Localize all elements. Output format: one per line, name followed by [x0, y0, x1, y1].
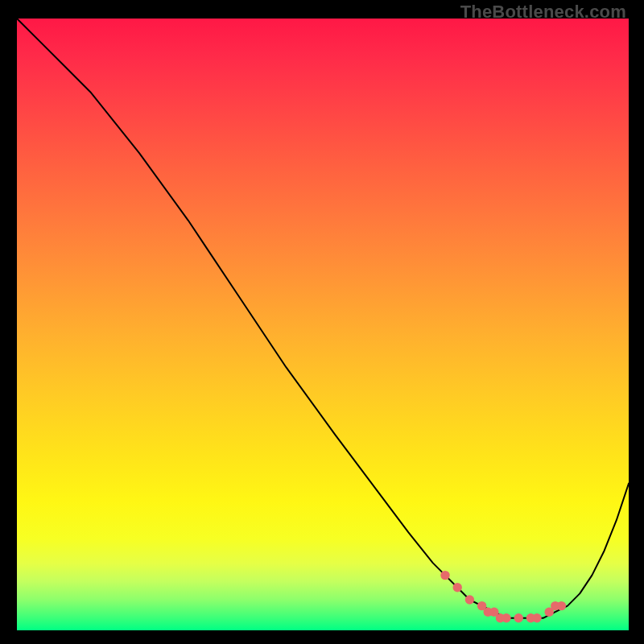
- bottleneck-curve: [17, 19, 629, 618]
- plot-area: [16, 18, 630, 631]
- highlight-marker: [557, 601, 566, 610]
- highlight-markers: [440, 571, 566, 623]
- highlight-marker: [440, 571, 449, 580]
- chart-frame: TheBottleneck.com: [0, 0, 644, 644]
- highlight-marker: [514, 613, 523, 622]
- highlight-marker: [465, 595, 474, 604]
- chart-svg: [17, 19, 629, 630]
- highlight-marker: [502, 613, 510, 622]
- highlight-marker: [532, 613, 541, 622]
- highlight-marker: [453, 583, 462, 592]
